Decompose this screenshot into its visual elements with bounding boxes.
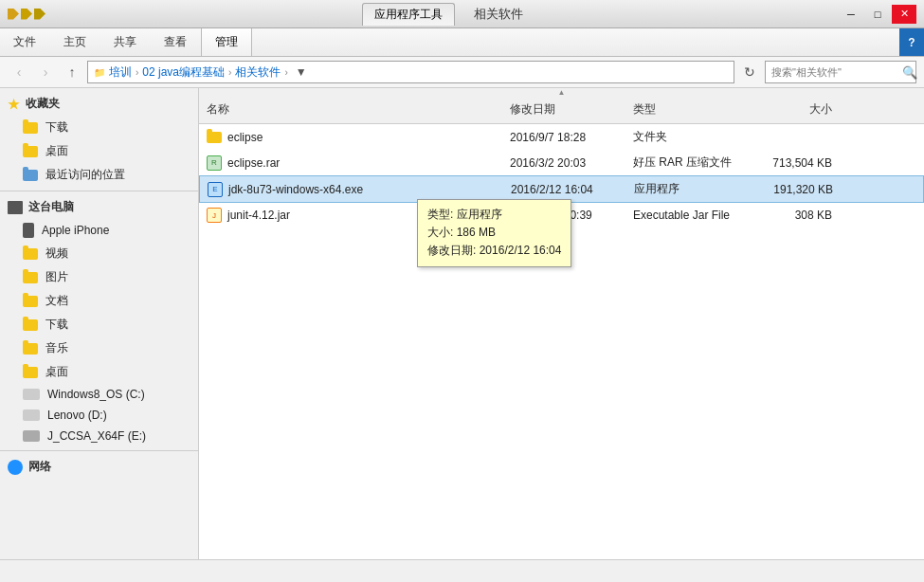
folder-icon xyxy=(23,272,38,283)
folder-icon xyxy=(23,367,38,378)
file-size: 713,504 KB xyxy=(749,155,843,172)
close-button[interactable]: ✕ xyxy=(892,5,916,24)
address-bar[interactable]: 📁 培训 › 02 java编程基础 › 相关软件 › ▼ xyxy=(87,61,734,83)
exe-icon: E xyxy=(208,182,223,197)
sidebar-item-iphone[interactable]: Apple iPhone xyxy=(0,219,198,242)
sidebar-item-dl[interactable]: 下载 xyxy=(0,313,198,336)
file-tooltip: 类型: 应用程序 大小: 186 MB 修改日期: 2016/2/12 16:0… xyxy=(417,199,571,267)
address-part-2[interactable]: 02 java编程基础 xyxy=(142,64,225,81)
drive-icon xyxy=(23,430,40,442)
sidebar-item-e-drive[interactable]: J_CCSA_X64F (E:) xyxy=(0,426,198,446)
sidebar-item-label: Lenovo (D:) xyxy=(47,409,107,422)
col-header-date[interactable]: 修改日期 xyxy=(502,100,625,119)
address-part-1[interactable]: 培训 xyxy=(109,64,132,81)
help-button[interactable]: ? xyxy=(899,28,924,56)
table-row[interactable]: R eclipse.rar 2016/3/2 20:03 好压 RAR 压缩文件… xyxy=(199,150,924,175)
tab-home[interactable]: 主页 xyxy=(50,28,100,56)
tooltip-type-value: 应用程序 xyxy=(457,208,502,221)
sidebar-favorites-header: ★ 收藏夹 xyxy=(0,92,198,116)
address-dropdown[interactable]: ▼ xyxy=(292,65,311,79)
address-folder-icon: 📁 xyxy=(94,67,105,78)
sidebar-item-d-drive[interactable]: Lenovo (D:) xyxy=(0,405,198,426)
jar-icon: J xyxy=(207,208,222,223)
maximize-button[interactable]: □ xyxy=(865,5,890,24)
sidebar-item-label: 音乐 xyxy=(45,340,68,356)
sidebar-item-desk2[interactable]: 桌面 xyxy=(0,360,198,384)
sidebar-item-desktop[interactable]: 桌面 xyxy=(0,139,198,163)
sidebar: ★ 收藏夹 下载 桌面 最近访问的位置 这台电脑 xyxy=(0,88,199,577)
col-header-type[interactable]: 类型 xyxy=(625,100,749,119)
tooltip-size-label: 大小: xyxy=(427,226,453,239)
table-row[interactable]: eclipse 2016/9/7 18:28 文件夹 xyxy=(199,124,924,150)
sidebar-computer-header: 这台电脑 xyxy=(0,195,198,219)
folder-icon xyxy=(23,319,38,331)
tooltip-date: 修改日期: 2016/2/12 16:04 xyxy=(427,242,561,260)
up-button[interactable]: ↑ xyxy=(61,61,83,83)
sidebar-item-label: 下载 xyxy=(45,317,68,333)
address-sep-2: › xyxy=(228,67,231,78)
tab-share[interactable]: 共享 xyxy=(100,28,151,56)
window-controls: ─ □ ✕ xyxy=(839,5,916,24)
address-sep-1: › xyxy=(136,67,138,78)
back-button[interactable]: ‹ xyxy=(8,61,30,83)
file-size xyxy=(749,136,843,139)
address-sep-3: › xyxy=(284,67,287,78)
minimize-button[interactable]: ─ xyxy=(839,5,863,24)
tooltip-size: 大小: 186 MB xyxy=(427,224,561,242)
sidebar-item-video[interactable]: 视频 xyxy=(0,242,198,265)
sort-hint: ▲ xyxy=(199,88,924,96)
sidebar-network-header[interactable]: 网络 xyxy=(0,455,198,479)
sidebar-item-music[interactable]: 音乐 xyxy=(0,336,198,360)
sidebar-network-section: 网络 xyxy=(0,455,198,479)
file-type: 好压 RAR 压缩文件 xyxy=(625,153,749,173)
folder-icon xyxy=(207,132,222,143)
sidebar-item-c-drive[interactable]: Windows8_OS (C:) xyxy=(0,384,198,405)
sidebar-network-label: 网络 xyxy=(28,459,51,475)
divider-1 xyxy=(0,191,198,191)
tab-view[interactable]: 查看 xyxy=(151,28,201,56)
sidebar-computer-section: 这台电脑 Apple iPhone 视频 图片 文档 下载 xyxy=(0,195,198,446)
tooltip-date-value: 2016/2/12 16:04 xyxy=(480,244,562,257)
drive-icon xyxy=(23,409,40,421)
refresh-button[interactable]: ↻ xyxy=(738,61,761,83)
window-title: 相关软件 xyxy=(474,6,523,23)
file-name-cell: eclipse xyxy=(199,129,502,146)
search-box[interactable]: 🔍 xyxy=(765,61,916,83)
divider-2 xyxy=(0,450,198,451)
title-icons xyxy=(8,9,45,20)
sidebar-item-recent[interactable]: 最近访问的位置 xyxy=(0,163,198,187)
search-icon[interactable]: 🔍 xyxy=(902,65,917,80)
sidebar-item-label: 桌面 xyxy=(45,143,68,159)
file-size: 308 KB xyxy=(749,207,843,224)
active-tab[interactable]: 应用程序工具 xyxy=(362,3,455,26)
drive-icon xyxy=(23,389,40,400)
col-header-size[interactable]: 大小 xyxy=(749,100,843,119)
file-area: ▲ 名称 修改日期 类型 大小 eclipse 2016/9/7 18:28 文… xyxy=(199,88,924,577)
forward-button[interactable]: › xyxy=(34,61,57,83)
address-part-3[interactable]: 相关软件 xyxy=(235,64,281,81)
title-text-area: 应用程序工具 相关软件 xyxy=(45,3,839,26)
pc-icon xyxy=(8,201,23,214)
file-name: eclipse.rar xyxy=(227,156,280,170)
sidebar-item-label: 图片 xyxy=(45,269,68,285)
sort-arrow: ▲ xyxy=(558,88,566,97)
file-type: 应用程序 xyxy=(626,179,750,199)
file-list-header: 名称 修改日期 类型 大小 xyxy=(199,96,924,124)
col-header-name[interactable]: 名称 xyxy=(199,100,502,119)
search-input[interactable] xyxy=(771,66,902,78)
main-layout: ★ 收藏夹 下载 桌面 最近访问的位置 这台电脑 xyxy=(0,88,924,577)
file-name-cell: R eclipse.rar xyxy=(199,154,502,173)
file-date: 2016/2/12 16:04 xyxy=(503,181,626,198)
sidebar-item-documents[interactable]: 文档 xyxy=(0,289,198,313)
tab-file[interactable]: 文件 xyxy=(0,28,50,56)
file-type: Executable Jar File xyxy=(625,207,749,224)
file-type: 文件夹 xyxy=(625,127,749,147)
tooltip-size-value: 186 MB xyxy=(457,226,496,239)
star-icon: ★ xyxy=(8,97,20,112)
sidebar-item-downloads[interactable]: 下载 xyxy=(0,116,198,139)
file-date: 2016/3/2 20:03 xyxy=(502,155,625,172)
sidebar-item-pictures[interactable]: 图片 xyxy=(0,265,198,289)
tab-manage[interactable]: 管理 xyxy=(201,28,252,56)
tooltip-type-label: 类型: xyxy=(427,208,453,221)
file-date: 2016/9/7 18:28 xyxy=(502,129,625,146)
